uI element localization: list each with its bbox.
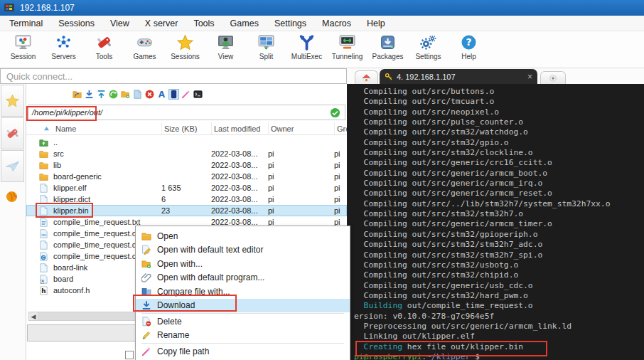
file-row-[interactable]: .. [26, 137, 347, 148]
terminal-line: Building out/compile_time_request.o [354, 301, 644, 311]
window-title: 192.168.1.107 [20, 3, 75, 13]
toolbar-button-help[interactable]: ?Help [449, 31, 489, 68]
follow-terminal-folder-checkbox[interactable] [125, 351, 134, 359]
sftp-tool-download-icon[interactable] [84, 89, 95, 100]
file-icon-file [39, 184, 48, 193]
knife-icon [95, 33, 113, 51]
file-row-klipper-dict[interactable]: klipper.dict62022-03-08...pipi [26, 194, 347, 205]
sidebar-item-plane[interactable] [1, 150, 24, 182]
terminal-line: Linking out/klipper.elf [354, 332, 644, 342]
toolbar-button-split[interactable]: Split [246, 31, 286, 68]
column-header-size-kb[interactable]: Size (KB) [161, 122, 211, 134]
toolbar-button-view[interactable]: View [205, 31, 246, 68]
file-group: pi [334, 195, 347, 203]
knife-icon [5, 126, 20, 141]
packages-icon [379, 33, 397, 51]
servers-icon [55, 33, 73, 51]
star-icon [5, 93, 20, 108]
file-name: klipper.dict [53, 195, 161, 203]
context-menu-item-open-with[interactable]: Open with... [136, 257, 350, 271]
terminal-output[interactable]: Compiling out/src/buttons.o Compiling ou… [347, 84, 644, 360]
context-menu-item-compare-file-with[interactable]: Compare file with... [136, 285, 350, 299]
file-row-klipper-bin[interactable]: klipper.bin232022-03-08...pipi [26, 205, 347, 216]
menu-item-label: Download [157, 300, 195, 310]
file-icon-folder [39, 172, 48, 181]
toolbar-button-tunneling[interactable]: Tunneling [327, 31, 367, 68]
path-ok-check-icon [330, 107, 340, 118]
menu-games[interactable]: Games [222, 16, 267, 31]
toolbar-button-sessions[interactable]: Sessions [165, 31, 205, 68]
column-header-name[interactable]: Name [53, 122, 161, 134]
file-group: pi [334, 206, 347, 215]
toolbar-button-settings[interactable]: Settings [408, 31, 449, 68]
file-row-lib[interactable]: lib2022-03-08...pipi [26, 159, 347, 171]
scroll-left-arrow[interactable]: ◀ [28, 312, 38, 321]
toolbar-button-servers[interactable]: Servers [43, 31, 84, 68]
menu-view[interactable]: View [102, 16, 137, 31]
sidebar-item-globe[interactable] [0, 182, 23, 211]
paperclip-icon [141, 272, 151, 282]
sftp-tool-wand-icon[interactable] [181, 89, 191, 100]
sidebar-item-star[interactable] [1, 85, 24, 117]
toolbar-button-games[interactable]: Games [124, 31, 165, 68]
path-field[interactable]: /home/pi/klipper/out/ [28, 105, 345, 120]
file-row-klipper-elf[interactable]: klipper.elf1 6352022-03-08...pipi [26, 182, 347, 194]
sftp-tool-new-folder-icon[interactable] [120, 89, 131, 100]
menu-bar: TerminalSessionsViewX serverToolsGamesSe… [0, 16, 644, 31]
menu-x-server[interactable]: X server [137, 16, 186, 31]
terminal-line: Compiling out/src/generic/armcm_timer.o [354, 219, 644, 229]
sftp-tool-folder-phone-icon[interactable] [72, 89, 82, 100]
toolbar-button-tools[interactable]: Tools [84, 31, 124, 68]
context-menu-item-copy-file-path[interactable]: Copy file path [136, 344, 350, 359]
terminal-line: Compiling out/src/stm32/gpio.o [354, 138, 644, 148]
menu-macros[interactable]: Macros [314, 16, 359, 31]
menu-terminal[interactable]: Terminal [1, 16, 50, 31]
quick-connect-input[interactable]: Quick connect... [0, 68, 347, 84]
menu-settings[interactable]: Settings [267, 16, 314, 31]
column-header-last-modified[interactable]: Last modified [211, 122, 268, 134]
file-modified: 2022-03-08... [211, 206, 268, 215]
tab-home[interactable] [355, 70, 378, 84]
sftp-tool-font-a-icon[interactable]: A [156, 89, 167, 100]
file-owner: pi [268, 172, 334, 181]
sftp-tool-refresh-icon[interactable] [108, 89, 119, 100]
sftp-tool-upload-icon[interactable] [96, 89, 107, 100]
wand-icon [141, 346, 151, 356]
file-group: pi [334, 161, 347, 169]
menu-help[interactable]: Help [359, 16, 393, 31]
terminal-line: Compiling out/src/generic/armcm_boot.o [354, 169, 644, 179]
toolbar-label: Session [11, 53, 36, 60]
context-menu-item-open-with-default-text-editor[interactable]: Open with default text editor [136, 243, 350, 258]
title-bar: 192.168.1.107 [0, 0, 644, 16]
menu-tools[interactable]: Tools [186, 16, 222, 31]
terminal-line: ersion: v0.10.0-278-g7c964e5f [354, 312, 644, 322]
sftp-tool-delete-circle-icon[interactable] [144, 89, 155, 100]
file-icon-file-obj: 101 [39, 229, 48, 238]
sidebar-item-knife[interactable] [1, 117, 24, 149]
menu-item-label: Delete [157, 317, 182, 327]
column-header-gro[interactable]: Gro [334, 122, 347, 134]
tab-close-icon[interactable]: × [527, 73, 532, 81]
sftp-tool-terminal-dark-icon[interactable] [193, 89, 203, 100]
context-menu-item-rename[interactable]: Rename [136, 329, 350, 343]
menu-separator [141, 313, 344, 314]
context-menu-item-delete[interactable]: Delete [136, 314, 350, 329]
file-row-src[interactable]: src2022-03-08...pipi [26, 148, 347, 159]
sftp-tool-new-file-icon[interactable] [132, 89, 143, 100]
tab-active-session[interactable]: 4. 192.168.1.107 × [380, 69, 537, 84]
toolbar-button-multiexec[interactable]: MultiExec [286, 31, 327, 68]
menu-sessions[interactable]: Sessions [50, 16, 102, 31]
tab-new[interactable] [540, 71, 566, 84]
column-header-owner[interactable]: Owner [268, 122, 334, 134]
sftp-tool-panel-icon[interactable] [168, 89, 179, 100]
file-row-board-generic[interactable]: board-generic2022-03-08...pipi [26, 171, 347, 182]
toolbar-button-packages[interactable]: Packages [367, 31, 408, 68]
context-menu-item-open[interactable]: Open [136, 229, 350, 243]
split-icon [257, 33, 275, 51]
toolbar-label: Packages [372, 53, 404, 60]
help-icon: ? [460, 33, 478, 51]
context-menu-item-download[interactable]: Download [136, 299, 350, 313]
file-size: 6 [161, 195, 211, 203]
context-menu-item-open-with-default-program[interactable]: Open with default program... [136, 271, 350, 285]
toolbar-button-session[interactable]: Session [3, 31, 43, 68]
